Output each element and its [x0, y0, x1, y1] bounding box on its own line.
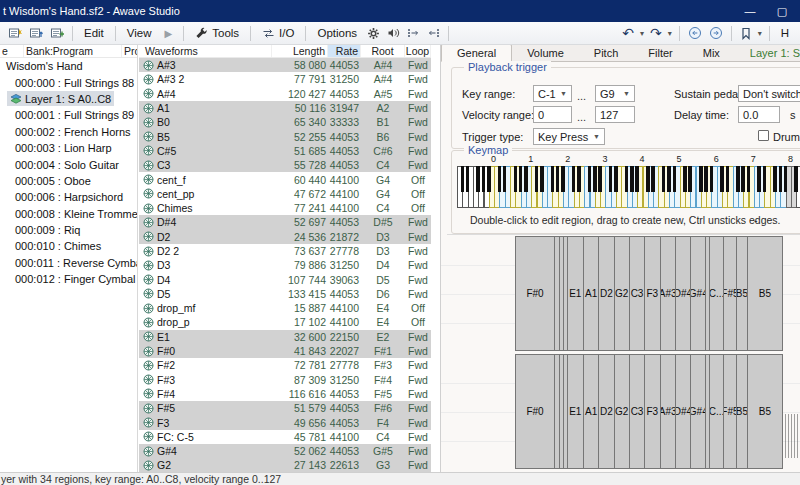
- waveform-row[interactable]: D2 2 73 637 27778 D3 Fwd: [139, 244, 431, 258]
- view-menu-button[interactable]: View: [121, 25, 158, 41]
- tree-item[interactable]: 000:000 : Full Strings 88: [0, 74, 137, 90]
- tree-item[interactable]: 000:009 : Riq: [0, 222, 137, 238]
- waveform-row[interactable]: D5 133 415 44053 D6 Fwd: [139, 287, 431, 301]
- waveform-row[interactable]: B0 65 340 33333 B1 Fwd: [139, 115, 431, 129]
- black-key[interactable]: [784, 166, 788, 192]
- tree-item[interactable]: 000:006 : Harpsichord: [0, 189, 137, 205]
- black-key[interactable]: [609, 166, 613, 192]
- key-range-from-select[interactable]: C-1▼: [533, 85, 572, 102]
- length-column-header[interactable]: Length: [272, 45, 328, 57]
- waveform-row[interactable]: C3 55 728 44053 C4 Fwd: [139, 158, 431, 172]
- root-column-header[interactable]: Root: [361, 45, 405, 57]
- waveform-row[interactable]: drop_mf 15 887 44100 E4 Off: [139, 301, 431, 315]
- region-cell[interactable]: D2: [599, 355, 614, 468]
- tree-item[interactable]: 000:001 : Full Strings 89: [0, 107, 137, 123]
- region-cell[interactable]: F#0: [516, 237, 555, 350]
- black-key[interactable]: [503, 166, 507, 192]
- black-key[interactable]: [773, 166, 777, 192]
- jump-start-button[interactable]: [404, 25, 423, 41]
- black-key[interactable]: [561, 166, 565, 192]
- waveform-row[interactable]: F#4 116 616 44053 F#5 Fwd: [139, 387, 431, 401]
- black-key[interactable]: [667, 166, 671, 192]
- black-key[interactable]: [673, 166, 677, 192]
- waveform-row[interactable]: F#5 51 579 44053 F#6 Fwd: [139, 401, 431, 415]
- trigger-type-select[interactable]: Key Press▼: [533, 128, 605, 145]
- black-key[interactable]: [630, 166, 634, 192]
- black-key[interactable]: [588, 166, 592, 192]
- black-key[interactable]: [466, 166, 470, 192]
- region-cell[interactable]: A1: [584, 237, 599, 350]
- audition-button[interactable]: [384, 25, 403, 41]
- region-cell[interactable]: E1: [568, 355, 584, 468]
- io-menu-button[interactable]: I/O: [256, 25, 300, 41]
- maximize-button[interactable]: ▢: [774, 5, 790, 18]
- tree-item[interactable]: 000:002 : French Horns: [0, 124, 137, 140]
- region-cell[interactable]: F3: [645, 237, 660, 350]
- region-cell[interactable]: F#5: [724, 355, 737, 468]
- waveforms-column-header[interactable]: Waveforms: [139, 45, 272, 57]
- region-cell[interactable]: A#3: [661, 237, 676, 350]
- program-list-button[interactable]: [26, 25, 46, 41]
- editor-tab[interactable]: Pitch: [579, 45, 633, 61]
- region-cell[interactable]: G2: [615, 355, 630, 468]
- region-cell[interactable]: A1: [584, 355, 599, 468]
- minimize-button[interactable]: —: [742, 5, 758, 18]
- help-menu-button[interactable]: H: [775, 25, 795, 41]
- bank-list-button[interactable]: [5, 25, 25, 41]
- black-key[interactable]: [540, 166, 544, 192]
- black-key[interactable]: [572, 166, 576, 192]
- black-key[interactable]: [524, 166, 528, 192]
- black-key[interactable]: [720, 166, 724, 192]
- tree-item[interactable]: 000:008 : Kleine Trommel: [0, 206, 137, 222]
- region-cell[interactable]: G#4: [691, 355, 706, 468]
- black-key[interactable]: [763, 166, 767, 192]
- black-key[interactable]: [646, 166, 650, 192]
- waveform-row[interactable]: A1 50 116 31947 A2 Fwd: [139, 101, 431, 115]
- bank-program-column-header[interactable]: Bank:Program: [24, 45, 122, 57]
- tools-menu-button[interactable]: Tools: [189, 25, 245, 41]
- tree-item[interactable]: 000:004 : Solo Guitar: [0, 156, 137, 172]
- waveform-row[interactable]: F3 49 656 44053 F4 Fwd: [139, 415, 431, 429]
- tree-item[interactable]: 000:011 : Reverse Cymbal: [0, 255, 137, 271]
- name-column-header[interactable]: e: [0, 45, 24, 57]
- tree-item[interactable]: 000:010 : Chimes: [0, 238, 137, 254]
- black-key[interactable]: [683, 166, 687, 192]
- waveform-row[interactable]: F#3 87 309 31250 F#4 Fwd: [139, 373, 431, 387]
- editor-tab[interactable]: Filter: [633, 45, 687, 61]
- black-key[interactable]: [726, 166, 730, 192]
- region-cell[interactable]: F3: [645, 355, 660, 468]
- waveform-row[interactable]: G#4 52 062 44053 G#5 Fwd: [139, 444, 431, 458]
- jump-end-button[interactable]: [424, 25, 443, 41]
- tree-item[interactable]: 000:005 : Oboe: [0, 173, 137, 189]
- region-cell[interactable]: D#4: [676, 237, 691, 350]
- editor-tab[interactable]: Mix: [688, 45, 735, 61]
- region-cell[interactable]: D#4: [676, 355, 691, 468]
- waveform-row[interactable]: FC: C-5 45 781 44100 C4 Fwd: [139, 430, 431, 444]
- black-key[interactable]: [519, 166, 523, 192]
- region-cell[interactable]: C...: [710, 355, 723, 468]
- keymap-keyboard[interactable]: [457, 166, 800, 209]
- velocity-from-input[interactable]: 0: [533, 106, 572, 123]
- waveform-row[interactable]: D2 24 536 21872 D3 Fwd: [139, 230, 431, 244]
- sustain-pedal-select[interactable]: Don't switch: [738, 85, 800, 102]
- black-key[interactable]: [625, 166, 629, 192]
- black-key[interactable]: [651, 166, 655, 192]
- waveform-row[interactable]: E1 32 600 22150 E2 Fwd: [139, 330, 431, 344]
- forward-button[interactable]: [706, 24, 726, 42]
- undo-button[interactable]: ↶: [619, 24, 637, 42]
- black-key[interactable]: [688, 166, 692, 192]
- region-cell[interactable]: B5: [748, 237, 782, 350]
- velocity-to-input[interactable]: 127: [595, 106, 635, 123]
- region-cell[interactable]: F#5: [724, 237, 737, 350]
- region-cell[interactable]: G2: [615, 237, 630, 350]
- bookmark-button[interactable]: [737, 25, 755, 42]
- program-column-header[interactable]: Program: [122, 45, 137, 57]
- bookmark-dropdown[interactable]: ▾: [756, 29, 764, 38]
- black-key[interactable]: [736, 166, 740, 192]
- edit-menu-button[interactable]: Edit: [78, 25, 110, 41]
- redo-dropdown[interactable]: ▾: [666, 29, 674, 38]
- region-cell[interactable]: B5: [748, 355, 782, 468]
- black-key[interactable]: [741, 166, 745, 192]
- tree-item[interactable]: Wisdom's Hand: [0, 58, 137, 74]
- black-key[interactable]: [593, 166, 597, 192]
